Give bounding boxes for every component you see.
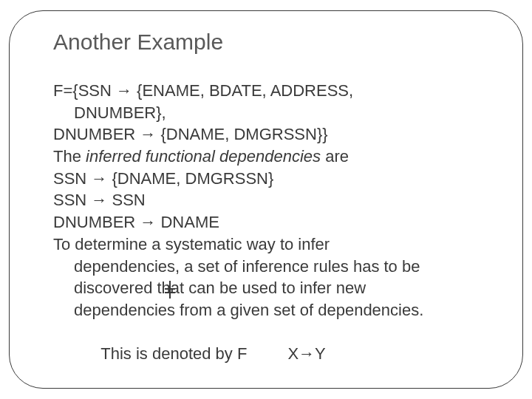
entails-icon bbox=[165, 282, 175, 297]
line-6: SSN → SSN bbox=[53, 189, 498, 211]
text: dependencies, a set of inference rules h… bbox=[74, 257, 420, 276]
arrow-icon: → bbox=[91, 191, 107, 209]
text: SSN bbox=[107, 191, 145, 209]
line-8: To determine a systematic way to infer bbox=[53, 233, 498, 256]
text: To determine a systematic way to infer bbox=[53, 235, 330, 253]
line-4: The inferred functional dependencies are bbox=[53, 146, 498, 168]
text: Y bbox=[315, 344, 326, 363]
line-1: F={SSN → {ENAME, BDATE, ADDRESS, bbox=[53, 80, 498, 102]
text: discovered that can be used to infer new bbox=[74, 279, 366, 297]
line-7: DNUMBER → DNAME bbox=[53, 211, 498, 233]
line-9: dependencies, a set of inference rules h… bbox=[53, 256, 498, 278]
line-12: This is denoted by F X→Y bbox=[53, 321, 498, 387]
arrow-icon: → bbox=[91, 169, 107, 188]
text: are bbox=[321, 147, 349, 166]
line-10: discovered that can be used to infer new bbox=[53, 277, 498, 299]
line-5: SSN → {DNAME, DMGRSSN} bbox=[53, 168, 498, 190]
arrow-icon: → bbox=[140, 125, 156, 143]
text: {ENAME, BDATE, ADDRESS, bbox=[132, 81, 353, 100]
text-italic: inferred functional dependencies bbox=[86, 147, 321, 166]
line-2: DNUMBER}, bbox=[53, 102, 498, 124]
slide-title: Another Example bbox=[53, 30, 505, 55]
arrow-icon: → bbox=[140, 213, 156, 231]
text: {DNAME, DMGRSSN} bbox=[107, 169, 273, 188]
text: DNUMBER bbox=[53, 125, 140, 143]
arrow-icon: → bbox=[299, 344, 315, 363]
line-3: DNUMBER → {DNAME, DMGRSSN}} bbox=[53, 123, 498, 146]
text: F={SSN bbox=[53, 81, 116, 100]
text: DNUMBER}, bbox=[74, 103, 166, 122]
arrow-icon: → bbox=[116, 81, 132, 100]
text: SSN bbox=[53, 191, 91, 209]
text: DNAME bbox=[156, 213, 219, 231]
text: This is denoted by F X bbox=[100, 344, 299, 363]
text: The bbox=[53, 147, 86, 166]
line-11: dependencies from a given set of depende… bbox=[53, 299, 498, 321]
slide: Another Example F={SSN → {ENAME, BDATE, … bbox=[0, 0, 532, 399]
text: dependencies from a given set of depende… bbox=[74, 301, 423, 319]
text: SSN bbox=[53, 169, 91, 188]
slide-body: F={SSN → {ENAME, BDATE, ADDRESS, DNUMBER… bbox=[53, 80, 498, 387]
text: {DNAME, DMGRSSN}} bbox=[156, 125, 327, 143]
text: DNUMBER bbox=[53, 213, 140, 231]
